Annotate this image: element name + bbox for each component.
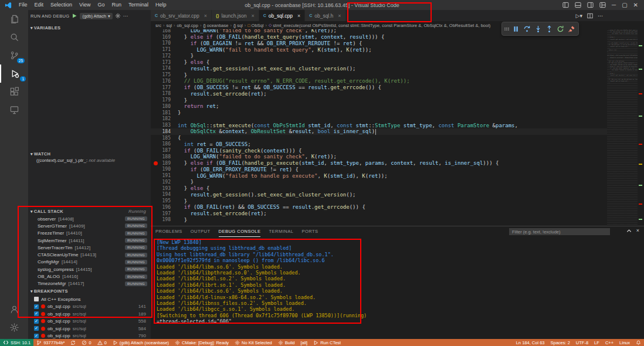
status-build-target[interactable]: [all] [297,339,310,346]
checkbox-checked[interactable]: ✓ [34,334,39,338]
tab-launch-json[interactable]: {}launch.json× [212,10,259,21]
code-line[interactable]: 171 LOG_WARN("fail to handle text query"… [151,46,607,53]
status-notifications[interactable] [633,339,644,346]
close-tab-icon[interactable]: × [338,13,341,19]
panel-tab-ports[interactable]: PORTS [301,227,318,236]
account-icon[interactable] [0,300,28,318]
code-line[interactable]: 176 // LOG_DEBUG("result errno", N_ERR_C… [151,78,607,84]
breakpoint-icon[interactable] [154,161,158,165]
checkbox-unchecked[interactable] [34,297,39,301]
code-line[interactable]: 190 if (OB_ERR_PROXY_REROUTE != ret) { [151,167,607,173]
layout-sidebar-right-icon[interactable] [587,2,594,8]
code-line[interactable]: 181} [151,110,607,116]
activity-run-and-debug[interactable]: 1 [0,65,29,83]
call-stack-section-header[interactable]: ▾ CALL STACK Running [28,208,151,215]
breakpoint-row[interactable]: ✓ob_sql.cppsrc/sql189 [28,310,151,318]
customize-layout-icon[interactable] [599,2,606,8]
variables-section-header[interactable]: ▾ VARIABLES [28,24,151,32]
watch-expression[interactable]: ((context).cur_sql_).ptr_: not available [36,158,115,163]
breakpoint-row[interactable]: ✓ob_sql.cppsrc/sql584 [28,325,151,333]
close-panel-icon[interactable]: × [636,228,639,233]
menu-selection[interactable]: Selection [47,0,76,10]
menu-file[interactable]: File [15,0,31,10]
code-line[interactable]: 187 if (OB_FAIL(sanity_check(context))) … [151,147,607,154]
restart-icon[interactable] [555,24,565,33]
breadcrumb-item[interactable]: src [155,23,161,28]
menu-view[interactable]: View [76,0,94,10]
code-line[interactable]: 172 } [151,53,607,59]
maximize-icon[interactable]: ▢ [622,0,627,10]
status-remote-indicator[interactable]: SSH: 10.1 [0,339,33,346]
panel-tab-debug-console[interactable]: DEBUG CONSOLE [219,227,261,237]
code-line[interactable]: 185{ [151,135,607,141]
code-line[interactable]: 194 result.get_session().set_exec_min_cl… [151,192,607,198]
breakpoint-row[interactable]: ✓ob_sql.cppsrc/sql558 [28,318,151,325]
code-line[interactable]: 191 LOG_WARN("failed to handle ps execut… [151,172,607,179]
menu-edit[interactable]: Edit [31,0,48,10]
status-indentation[interactable]: Spaces: 2 [548,339,573,346]
status-cmake-variant[interactable]: CMake: [Debug]: Ready [172,339,232,346]
callstack-thread[interactable]: ConfigMgr[14414]RUNNING [28,259,151,266]
code-line[interactable]: 189 } else if (OB_FAIL(handle_ps_execute… [151,160,607,167]
disconnect-icon[interactable] [567,24,576,33]
status-encoding[interactable]: UTF-8 [573,339,591,346]
more-actions-icon[interactable]: ⋯ [598,13,603,19]
code-line[interactable]: 182 [151,116,607,123]
status-errors[interactable]: 0 [79,339,94,346]
checkbox-checked[interactable]: ✓ [34,319,39,324]
activity-remote-explorer[interactable] [0,101,28,119]
checkbox-checked[interactable]: ✓ [34,311,39,316]
menu-run[interactable]: Run [108,0,125,10]
status-debug-session[interactable]: (gdb) Attach (oceanbase) [110,339,172,346]
start-debug-icon[interactable] [72,13,77,19]
code-line[interactable]: 180 return ret; [151,103,607,110]
close-tab-icon[interactable]: × [297,13,300,19]
step-into-icon[interactable] [533,24,543,33]
close-icon[interactable]: ✕ [633,0,638,10]
code-line[interactable]: 177 if (OB_SUCCESS != ret && OB_SUCCESS … [151,84,607,91]
pause-icon[interactable] [511,24,520,33]
code-line[interactable]: 178 result.set_errcode(ret); [151,91,607,97]
debug-gear-icon[interactable] [115,13,121,19]
panel-tab-terminal[interactable]: TERMINAL [269,227,293,236]
minimize-icon[interactable]: ─ [612,0,616,10]
breakpoints-section-header[interactable]: ▾ BREAKPOINTS [28,287,151,295]
menu-go[interactable]: Go [94,0,108,10]
activity-source-control[interactable]: 25 [0,46,28,65]
code-line[interactable]: 192 } [151,179,607,185]
layout-bottom-icon[interactable] [575,2,581,8]
close-tab-icon[interactable]: × [204,13,207,19]
code-editor[interactable]: 168 LOG_WARN("failed to do sanity check"… [151,28,607,223]
code-line[interactable]: 170 if (OB_EAGAIN != ret && OB_ERR_PROXY… [151,40,607,47]
callstack-thread[interactable]: ServerGTimer[14409]RUNNING [28,222,151,229]
code-line[interactable]: 173 } else { [151,59,607,66]
overview-ruler[interactable] [638,28,644,226]
run-or-debug-icon[interactable]: ▷▾ [576,13,582,19]
callstack-thread[interactable]: observer[14408]RUNNING [28,215,151,222]
status-eol[interactable]: LF [591,339,602,346]
callstack-thread[interactable]: syslog_compress[14415]RUNNING [28,266,151,273]
layout-panel-icon[interactable] [562,2,569,8]
watch-section-header[interactable]: ▾ WATCH [28,150,151,158]
breadcrumb-item[interactable]: {}sql [233,23,243,28]
code-line[interactable]: 186 int ret = OB_SUCCESS; [151,141,607,148]
callstack-thread[interactable]: FreezeTimer[14410]RUNNING [28,230,151,237]
checkbox-checked[interactable]: ✓ [34,304,39,309]
status-warnings[interactable]: 0 [94,339,110,346]
callstack-thread[interactable]: SqlMemTimer[14411]RUNNING [28,237,151,244]
activity-extensions[interactable] [0,83,28,101]
status-sync[interactable] [67,339,79,346]
callstack-thread[interactable]: ServerTracerTim[14412]RUNNING [28,244,151,251]
breadcrumb-item[interactable]: {}oceanbase [203,23,228,28]
status-cmake-build[interactable]: Build [275,339,298,346]
activity-explorer[interactable] [0,10,28,28]
minimap[interactable]: LOG_WARN("failed to do sanity check", K(… [607,28,638,226]
tab-ob_srv_xlator-cpp[interactable]: Cob_srv_xlator.cpp× [151,10,212,21]
status-language-mode[interactable]: C++ [602,339,616,346]
callstack-thread[interactable]: CTASCleanUpTime[14413]RUNNING [28,251,151,258]
code-line[interactable]: 183int ObSql::stmt_execute(const ObPsStm… [151,122,607,128]
activity-search[interactable] [0,28,28,46]
exception-breakpoint-row[interactable]: All C++ Exceptions [28,296,151,303]
tab-ob_sql-cpp[interactable]: Cob_sql.cpp× [259,10,305,21]
step-over-icon[interactable] [522,24,531,33]
